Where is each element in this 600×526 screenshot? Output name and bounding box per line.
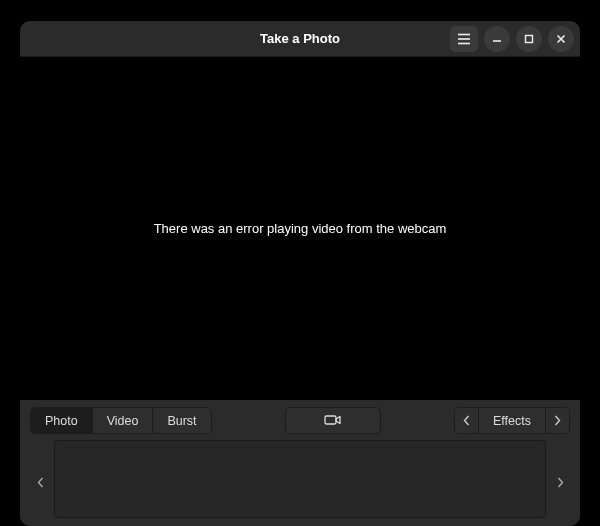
thumbnail-prev-button[interactable]: [30, 440, 50, 526]
mode-photo-button[interactable]: Photo: [31, 408, 93, 433]
header-bar: Take a Photo: [20, 21, 580, 57]
toolbar-row: Photo Video Burst Effects: [20, 400, 580, 440]
preview-area: There was an error playing video from th…: [20, 57, 580, 400]
error-message: There was an error playing video from th…: [154, 221, 447, 236]
minimize-button[interactable]: [484, 26, 510, 52]
capture-button[interactable]: [285, 407, 381, 434]
menu-button[interactable]: [450, 26, 478, 52]
effects-group: Effects: [454, 407, 570, 434]
chevron-left-icon: [463, 412, 470, 430]
mode-switch: Photo Video Burst: [30, 407, 212, 434]
maximize-icon: [524, 34, 534, 44]
effects-button[interactable]: Effects: [479, 408, 545, 433]
chevron-left-icon: [37, 474, 44, 492]
svg-rect-4: [526, 35, 533, 42]
hamburger-icon: [457, 33, 471, 45]
mode-video-button[interactable]: Video: [93, 408, 154, 433]
thumbnail-next-button[interactable]: [550, 440, 570, 526]
chevron-right-icon: [554, 412, 561, 430]
thumbnail-strip[interactable]: [54, 440, 546, 518]
app-window: Take a Photo: [20, 21, 580, 526]
mode-burst-button[interactable]: Burst: [153, 408, 210, 433]
chevron-right-icon: [557, 474, 564, 492]
maximize-button[interactable]: [516, 26, 542, 52]
mode-label: Burst: [167, 414, 196, 428]
bottom-bar: Photo Video Burst Effects: [20, 400, 580, 526]
effects-prev-button[interactable]: [455, 408, 479, 433]
minimize-icon: [492, 34, 502, 44]
svg-rect-7: [325, 416, 336, 424]
effects-next-button[interactable]: [545, 408, 569, 433]
effects-label-text: Effects: [493, 414, 531, 428]
close-button[interactable]: [548, 26, 574, 52]
mode-label: Photo: [45, 414, 78, 428]
header-controls: [450, 26, 574, 52]
close-icon: [556, 34, 566, 44]
window-title: Take a Photo: [150, 31, 450, 46]
thumbnail-row: [20, 440, 580, 526]
camera-icon: [324, 412, 342, 430]
mode-label: Video: [107, 414, 139, 428]
